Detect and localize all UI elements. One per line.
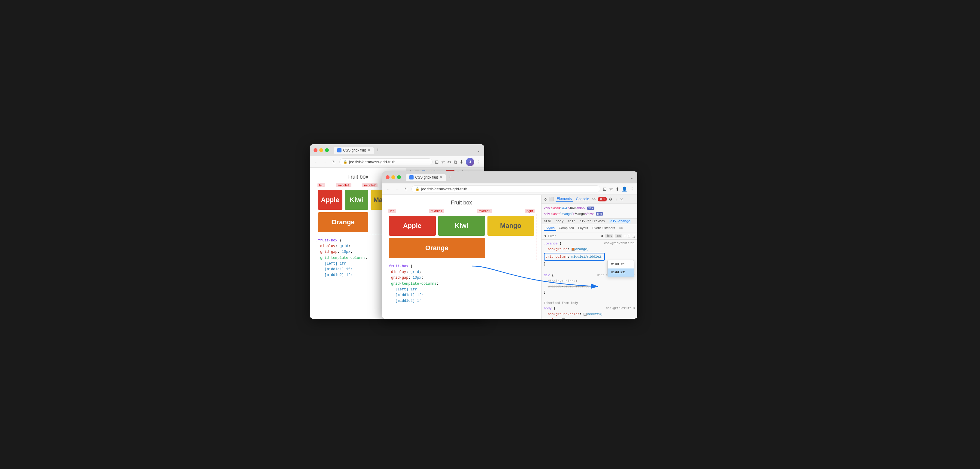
rule-source-1: css-grid-fruit:11 — [604, 241, 635, 246]
cast-icon-front[interactable]: ⊡ — [603, 187, 607, 192]
devtools-console-tab-front[interactable]: Console — [575, 196, 590, 202]
devtools-inspect-icon-front[interactable]: ⊹ — [544, 197, 547, 201]
url-text-back: jec.fish/demo/css-grid-fruit — [349, 160, 395, 164]
bookmark-icon-back[interactable]: ☆ — [441, 160, 445, 165]
menu-icon-front[interactable]: ⋮ — [630, 187, 634, 192]
browser-window-front: CSS grid- fruit ✕ + ⌄ ← → ↻ 🔒 jec.fish/d… — [382, 171, 637, 319]
grid-label-left-front: left — [388, 209, 396, 213]
devtools-more-tabs-front[interactable]: >> — [592, 197, 596, 201]
copy-style-btn[interactable]: ⊞ — [627, 234, 630, 238]
url-bar-front[interactable]: 🔒 jec.fish/demo/css-grid-fruit — [412, 185, 600, 192]
traffic-lights-front — [386, 175, 401, 179]
tab-close-front[interactable]: ✕ — [440, 175, 442, 179]
profile-icon-front[interactable]: 👤 — [622, 187, 627, 192]
orange-cell-back: Orange — [318, 212, 368, 232]
css-code-front: .fruit-box { display: grid; grid-gap: 10… — [387, 264, 536, 304]
autocomplete-item-middle1[interactable]: middle1 — [608, 260, 634, 268]
tab-menu-back[interactable]: ⌄ — [477, 148, 480, 153]
lock-icon-back: 🔒 — [343, 160, 347, 164]
tab-favicon-front — [409, 175, 414, 179]
minimize-button-back[interactable] — [319, 148, 323, 152]
devtools-settings-icon-front[interactable]: ⚙ — [609, 197, 612, 201]
extension-icon[interactable]: ⧉ — [454, 160, 457, 165]
toolbar-icons-front: ⊡ ☆ ⬆ 👤 ⋮ — [603, 187, 634, 192]
computed-tab-front[interactable]: Computed — [557, 225, 576, 231]
pseudo-btn-front[interactable]: :hov — [605, 234, 613, 238]
lock-icon-front: 🔒 — [415, 187, 420, 191]
eventlisteners-tab-front[interactable]: Event Listeners — [590, 225, 617, 231]
menu-icon-back[interactable]: ⋮ — [477, 160, 481, 165]
devtools-panel-front: ⊹ ⬜ Elements Console >> ✕ 1 ⚙ ⋮ ✕ <div c… — [541, 195, 637, 319]
mango-cell-front: Mango — [487, 216, 534, 236]
breadcrumb-main-front[interactable]: main — [568, 220, 576, 223]
toolbar-icons-back: ⊡ ☆ ✂ ⧉ ⬇ J ⋮ — [435, 158, 481, 166]
devtools-elements-tab-front[interactable]: Elements — [555, 196, 573, 202]
autocomplete-dropdown: middle1 middle2 — [607, 260, 634, 277]
devtools-device-icon-front[interactable]: ⬜ — [549, 197, 554, 201]
url-text-front: jec.fish/demo/css-grid-fruit — [422, 187, 467, 191]
tab-area-front: CSS grid- fruit ✕ + ⌄ — [406, 174, 634, 181]
scissors-icon[interactable]: ✂ — [447, 160, 452, 165]
minimize-button-front[interactable] — [391, 175, 395, 179]
cast-icon[interactable]: ⊡ — [435, 160, 439, 165]
devtools-overflow-front[interactable]: ⋮ — [614, 197, 618, 201]
grid-labels-front: left middle1 middle2 right — [387, 209, 536, 213]
tab-close-back[interactable]: ✕ — [368, 148, 370, 152]
reload-button-front[interactable]: ↻ — [403, 186, 409, 192]
back-button-back[interactable]: ← — [313, 159, 320, 165]
filter-icon-front: ▼ — [544, 234, 547, 238]
grid-label-middle2-back: middle2 — [362, 183, 377, 187]
close-button-back[interactable] — [313, 148, 317, 152]
devtools-close-front[interactable]: ✕ — [620, 197, 623, 201]
grid-label-right-front: right — [525, 209, 535, 213]
maximize-button-front[interactable] — [397, 175, 401, 179]
orange-cell-front: Orange — [389, 238, 485, 258]
bookmark-icon-front[interactable]: ☆ — [609, 187, 613, 192]
layout-tab-front[interactable]: Layout — [576, 225, 590, 231]
new-tab-button-front[interactable]: + — [449, 174, 452, 180]
title-bar-back: CSS grid- fruit ✕ + ⌄ — [310, 144, 484, 156]
grid-label-left-back: left — [317, 183, 326, 187]
fruit-grid-front: Apple Kiwi Mango Orange — [387, 214, 536, 260]
close-button-front[interactable] — [386, 175, 390, 179]
new-tab-button-back[interactable]: + — [376, 147, 380, 153]
grid-label-middle2-front: middle2 — [477, 209, 492, 213]
active-tab-back[interactable]: CSS grid- fruit ✕ — [334, 147, 374, 154]
diamond-icon: ◆ — [601, 234, 603, 238]
maximize-button-back[interactable] — [325, 148, 329, 152]
page-front: Fruit box left middle1 middle2 right App… — [382, 195, 541, 319]
breadcrumb-front: html body main div.fruit-box div.orange — [541, 219, 637, 224]
download-icon[interactable]: ⬇ — [460, 160, 463, 165]
kiwi-cell-back: Kiwi — [345, 190, 368, 210]
styles-tab-front[interactable]: Styles — [544, 225, 557, 231]
breadcrumb-html-front[interactable]: html — [544, 220, 552, 223]
tab-menu-front[interactable]: ⌄ — [630, 175, 634, 180]
cls-btn-front[interactable]: .cls — [615, 234, 622, 238]
breadcrumb-orange-front[interactable]: div.orange — [609, 219, 631, 223]
title-bar-front: CSS grid- fruit ✕ + ⌄ — [382, 171, 637, 183]
inherited-label-front: Inherited from body — [544, 301, 635, 306]
more-tabs-front[interactable]: >> — [617, 225, 625, 231]
filter-bar-front: ▼ ◆ :hov .cls + ⊞ ⬚ — [541, 232, 637, 239]
grid-label-middle1-back: middle1 — [336, 183, 352, 187]
autocomplete-item-middle2[interactable]: middle2 — [608, 268, 634, 277]
url-bar-back[interactable]: 🔒 jec.fish/demo/css-grid-fruit — [339, 158, 433, 165]
devtools-toolbar-front: ⊹ ⬜ Elements Console >> ✕ 1 ⚙ ⋮ ✕ — [541, 195, 637, 204]
inspect-style-btn[interactable]: ⬚ — [632, 234, 635, 238]
apple-cell-front: Apple — [389, 216, 436, 236]
active-tab-front[interactable]: CSS grid- fruit ✕ — [406, 174, 446, 181]
traffic-lights-back — [313, 148, 329, 152]
tab-title-front: CSS grid- fruit — [415, 175, 438, 179]
filter-input-front[interactable] — [548, 234, 600, 238]
reload-button-back[interactable]: ↻ — [331, 159, 337, 165]
forward-button-back[interactable]: → — [322, 159, 329, 165]
breadcrumb-fruitbox-front[interactable]: div.fruit-box — [579, 220, 605, 223]
breadcrumb-body-front[interactable]: body — [555, 220, 563, 223]
grid-label-middle1-front: middle1 — [429, 209, 444, 213]
share-icon-front[interactable]: ⬆ — [616, 187, 619, 192]
back-button-front[interactable]: ← — [385, 186, 391, 192]
grid-column-highlight-front[interactable]: grid-column: middle1/middle2; — [544, 253, 605, 261]
forward-button-front[interactable]: → — [394, 186, 401, 192]
add-style-btn[interactable]: + — [624, 234, 626, 238]
user-avatar-back[interactable]: J — [466, 158, 474, 166]
